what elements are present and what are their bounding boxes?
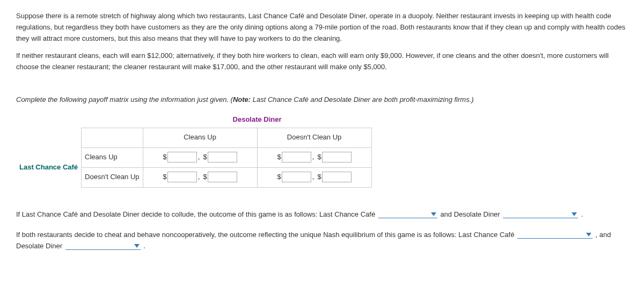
dollar-sign: $ bbox=[317, 172, 321, 183]
comma: , bbox=[311, 153, 318, 161]
comma: , bbox=[197, 173, 203, 181]
payoff-matrix: Desolate Diner Cleans Up Doesn't Clean U… bbox=[16, 112, 372, 188]
payoff-input-cd-p2[interactable] bbox=[322, 152, 352, 162]
dollar-sign: $ bbox=[277, 152, 282, 163]
collude-pre-text: If Last Chance Café and Desolate Diner d… bbox=[16, 210, 377, 218]
instruction-line: Complete the following payoff matrix usi… bbox=[16, 94, 628, 106]
col-strategy-cleans: Cleans Up bbox=[143, 128, 257, 147]
col-strategy-doesnt: Doesn't Clean Up bbox=[257, 128, 371, 147]
column-player-header: Desolate Diner bbox=[143, 112, 371, 128]
collude-dropdown-lcc[interactable] bbox=[378, 209, 437, 218]
nash-period: . bbox=[142, 242, 145, 250]
payoff-input-dd-p2[interactable] bbox=[322, 172, 352, 182]
nash-dropdown-lcc[interactable] bbox=[517, 230, 592, 239]
row-strategy-cleans: Cleans Up bbox=[82, 147, 143, 167]
problem-paragraph-1: Suppose there is a remote stretch of hig… bbox=[16, 11, 628, 44]
chevron-down-icon bbox=[431, 212, 436, 216]
nash-pre-text: If both restaurants decide to cheat and … bbox=[16, 231, 516, 239]
problem-paragraph-2: If neither restaurant cleans, each will … bbox=[16, 50, 628, 73]
note-label: Note: bbox=[233, 95, 251, 104]
chevron-down-icon bbox=[572, 212, 577, 216]
dollar-sign: $ bbox=[317, 152, 321, 163]
dollar-sign: $ bbox=[203, 172, 207, 183]
payoff-input-dc-p1[interactable] bbox=[167, 172, 197, 182]
collude-and-text: and Desolate Diner bbox=[438, 210, 502, 218]
chevron-down-icon bbox=[134, 244, 140, 248]
dollar-sign: $ bbox=[203, 152, 207, 163]
instruction-prefix: Complete the following payoff matrix usi… bbox=[16, 95, 233, 104]
dollar-sign: $ bbox=[277, 172, 282, 183]
payoff-input-cc-p2[interactable] bbox=[208, 152, 237, 162]
payoff-cell-cd: $,$ bbox=[257, 147, 371, 167]
collude-dropdown-dd[interactable] bbox=[503, 209, 578, 218]
payoff-input-dd-p1[interactable] bbox=[282, 172, 311, 182]
nash-question: If both restaurants decide to cheat and … bbox=[16, 230, 628, 252]
payoff-input-cd-p1[interactable] bbox=[282, 152, 311, 162]
dollar-sign: $ bbox=[163, 152, 167, 163]
comma: , bbox=[311, 173, 318, 181]
payoff-cell-dc: $,$ bbox=[143, 167, 257, 187]
row-strategy-doesnt: Doesn't Clean Up bbox=[82, 167, 143, 187]
payoff-input-dc-p2[interactable] bbox=[208, 172, 237, 182]
dollar-sign: $ bbox=[163, 172, 167, 183]
payoff-cell-cc: $,$ bbox=[143, 147, 257, 167]
payoff-input-cc-p1[interactable] bbox=[167, 152, 197, 162]
payoff-cell-dd: $,$ bbox=[257, 167, 371, 187]
collude-question: If Last Chance Café and Desolate Diner d… bbox=[16, 209, 628, 220]
chevron-down-icon bbox=[586, 233, 591, 237]
instruction-note: Last Chance Café and Desolate Diner are … bbox=[251, 95, 473, 104]
collude-period: . bbox=[579, 210, 583, 218]
row-player-header: Last Chance Café bbox=[16, 147, 82, 187]
nash-dropdown-dd[interactable] bbox=[65, 241, 141, 250]
comma: , bbox=[197, 153, 203, 161]
